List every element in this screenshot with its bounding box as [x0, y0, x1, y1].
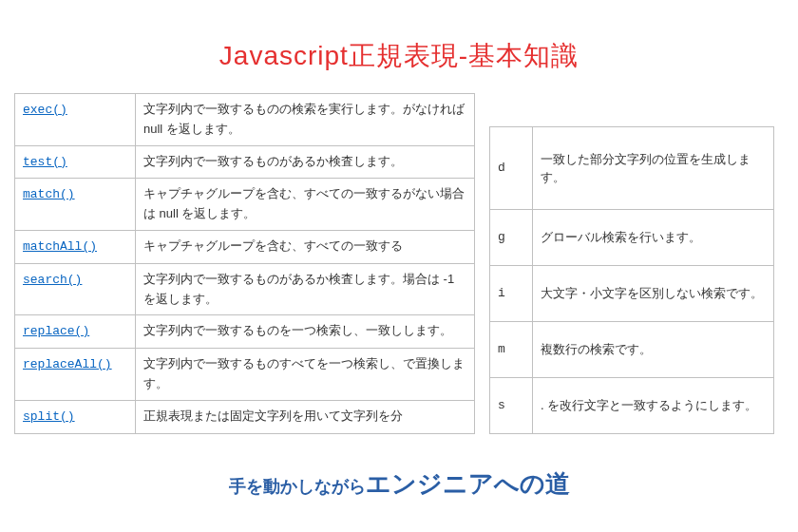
table-row: replaceAll() 文字列内で一致するものすべてを一つ検索し、で置換します… — [15, 349, 475, 401]
table-row: search() 文字列内で一致するものがあるか検査します。場合は -1 を返し… — [15, 263, 475, 315]
page-title: Javascript正規表現-基本知識 — [0, 38, 798, 74]
footer-part1: 手を動かしながら — [229, 477, 366, 496]
method-desc: 文字列内で一致するものを一つ検索し、一致しします。 — [136, 315, 475, 349]
table-row: s . を改行文字と一致するようにします。 — [490, 377, 774, 433]
flag-desc: グローバル検索を行います。 — [533, 210, 774, 266]
table-row: exec() 文字列内で一致するものの検索を実行します。がなければ null を… — [15, 94, 475, 146]
method-link-search[interactable]: search() — [23, 273, 82, 287]
method-link-replaceall[interactable]: replaceAll() — [23, 357, 112, 371]
method-desc: 文字列内で一致するものすべてを一つ検索し、で置換します。 — [136, 349, 475, 401]
table-row: replace() 文字列内で一致するものを一つ検索し、一致しします。 — [15, 315, 475, 349]
table-row: i 大文字・小文字を区別しない検索です。 — [490, 266, 774, 322]
method-desc: 文字列内で一致するものの検索を実行します。がなければ null を返します。 — [136, 94, 475, 146]
methods-table: exec() 文字列内で一致するものの検索を実行します。がなければ null を… — [14, 93, 475, 434]
method-link-split[interactable]: split() — [23, 409, 75, 424]
method-desc: 文字列内で一致するものがあるか検査します。 — [136, 145, 475, 179]
table-row: test() 文字列内で一致するものがあるか検査します。 — [15, 145, 475, 179]
flag-symbol: g — [490, 210, 533, 266]
flag-symbol: s — [490, 377, 533, 433]
method-desc: 正規表現または固定文字列を用いて文字列を分 — [136, 400, 475, 433]
flag-desc: . を改行文字と一致するようにします。 — [533, 377, 774, 433]
footer-caption: 手を動かしながらエンジニアへの道 — [0, 467, 798, 501]
method-desc: キャプチャグループを含む、すべての一致する — [136, 230, 475, 263]
table-row: m 複数行の検索です。 — [490, 321, 774, 377]
content-area: exec() 文字列内で一致するものの検索を実行します。がなければ null を… — [14, 93, 798, 434]
table-row: d 一致した部分文字列の位置を生成します。 — [490, 127, 774, 210]
method-desc: キャプチャグループを含む、すべての一致するがない場合は null を返します。 — [136, 179, 475, 231]
method-link-matchall[interactable]: matchAll() — [23, 239, 97, 254]
flag-desc: 大文字・小文字を区別しない検索です。 — [533, 266, 774, 322]
method-link-test[interactable]: test() — [23, 155, 67, 169]
method-desc: 文字列内で一致するものがあるか検査します。場合は -1 を返します。 — [136, 263, 475, 315]
table-row: match() キャプチャグループを含む、すべての一致するがない場合は null… — [15, 179, 475, 231]
footer-part2: エンジニアへの道 — [366, 469, 570, 498]
flag-symbol: m — [490, 321, 533, 377]
table-row: split() 正規表現または固定文字列を用いて文字列を分 — [15, 400, 475, 433]
flag-symbol: d — [490, 127, 533, 210]
flags-table: d 一致した部分文字列の位置を生成します。 g グローバル検索を行います。 i … — [489, 126, 774, 434]
flag-desc: 複数行の検索です。 — [533, 321, 774, 377]
flag-desc: 一致した部分文字列の位置を生成します。 — [533, 127, 774, 210]
method-link-replace[interactable]: replace() — [23, 324, 89, 338]
table-row: matchAll() キャプチャグループを含む、すべての一致する — [15, 230, 475, 263]
table-row: g グローバル検索を行います。 — [490, 210, 774, 266]
method-link-exec[interactable]: exec() — [23, 103, 67, 117]
flag-symbol: i — [490, 266, 533, 322]
method-link-match[interactable]: match() — [23, 187, 75, 201]
